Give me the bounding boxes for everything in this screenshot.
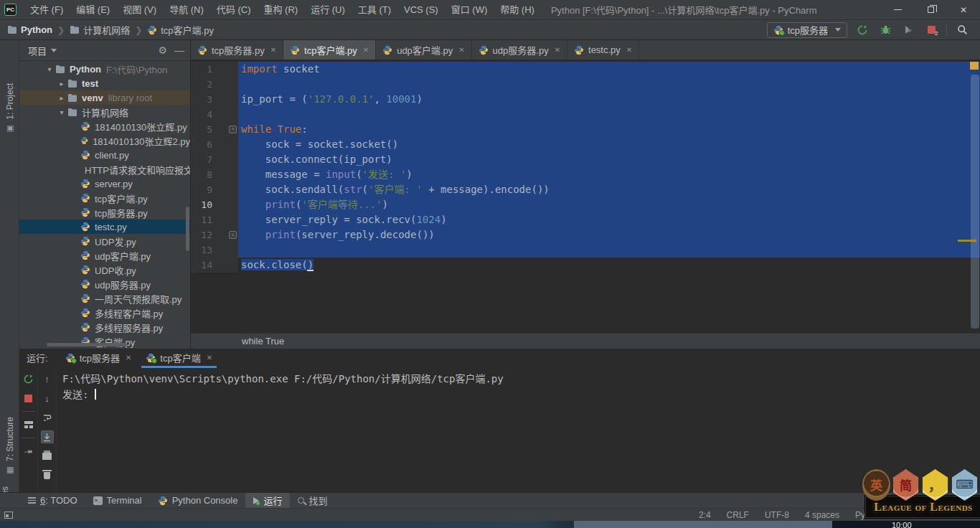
error-stripe-mark[interactable] [958, 240, 976, 242]
ime-english-badge[interactable]: 英 [862, 469, 890, 501]
close-icon[interactable]: ✕ [126, 354, 131, 362]
close-icon[interactable]: ✕ [626, 46, 632, 54]
sidebar-item-project[interactable]: ▣ 1: Project [0, 83, 19, 133]
status-encoding[interactable]: UTF-8 [765, 510, 789, 520]
bottom-bar-item-找到[interactable]: 找到 [290, 493, 335, 508]
code-line-12[interactable]: ▵12 print(server_reply.decode()) [191, 227, 980, 242]
tree-item-Python[interactable]: ▾PythonF:\代码\Python [19, 62, 190, 76]
run-tab-tcp客户端[interactable]: tcp客户端✕ [138, 351, 220, 368]
code-line-7[interactable]: 7 sock.connect(ip_port) [191, 152, 980, 167]
tree-item-客户端.py[interactable]: 客户端.py [19, 334, 190, 349]
editor-body[interactable]: 1import socket23ip_port = ('127.0.0.1', … [191, 60, 980, 333]
code-line-4[interactable]: 4 [191, 107, 980, 122]
tree-item-tcp服务器.py[interactable]: tcp服务器.py [19, 205, 190, 220]
tree-item-计算机网络[interactable]: ▾计算机网络 [19, 105, 190, 119]
menu-item-9[interactable]: 窗口 (W) [445, 0, 494, 19]
bottom-bar-item-运行[interactable]: 运行 [245, 493, 290, 508]
code-line-9[interactable]: 9 sock.sendall(str('客户端: ' + message).en… [191, 182, 980, 197]
breadcrumb-item[interactable]: Python [7, 24, 52, 35]
menu-item-6[interactable]: 运行 (U) [304, 0, 352, 19]
pin-tab-button[interactable]: 📌︎ [22, 445, 35, 458]
menu-item-5[interactable]: 重构 (R) [257, 0, 304, 19]
menu-item-1[interactable]: 编辑 (E) [70, 0, 116, 19]
menu-item-7[interactable]: 工具 (T) [352, 0, 397, 19]
menu-item-2[interactable]: 视图 (V) [116, 0, 163, 19]
gutter[interactable]: 9 [191, 182, 238, 197]
close-icon[interactable]: ✕ [363, 46, 369, 54]
run-configuration-select[interactable]: tcp服务器 [767, 22, 847, 38]
stop-button[interactable] [22, 392, 35, 405]
gutter[interactable]: 6 [191, 137, 238, 152]
tree-expanded-icon[interactable]: ▾ [44, 65, 55, 73]
tree-item-udp客户端.py[interactable]: udp客户端.py [19, 248, 190, 263]
tree-horizontal-scrollbar[interactable] [47, 343, 127, 346]
gutter[interactable]: ▵12 [191, 227, 238, 242]
tree-item-多线程客户端.py[interactable]: 多线程客户端.py [19, 306, 190, 320]
gutter[interactable]: ▿5 [191, 122, 238, 137]
code-line-1[interactable]: 1import socket [191, 62, 980, 77]
gutter[interactable]: 3 [191, 92, 238, 107]
menu-item-8[interactable]: VCS (S) [397, 0, 445, 19]
status-indent-style[interactable]: 4 spaces [805, 510, 839, 520]
tree-item-UDP发.py[interactable]: UDP发.py [19, 234, 190, 248]
code-line-6[interactable]: 6 sock = socket.socket() [191, 137, 980, 152]
tree-expanded-icon[interactable]: ▾ [56, 108, 67, 116]
code-line-13[interactable]: 13 [191, 242, 980, 258]
tree-item-server.py[interactable]: server.py [19, 176, 190, 191]
search-everywhere-button[interactable] [954, 22, 970, 38]
menu-item-0[interactable]: 文件 (F) [24, 0, 70, 19]
tree-item-HTTP请求报文和响应报文.py[interactable]: HTTP请求报文和响应报文.py [19, 162, 190, 176]
minimize-button[interactable] [881, 0, 914, 19]
gutter[interactable]: 7 [191, 152, 238, 167]
gutter[interactable]: 1 [191, 62, 238, 77]
gutter[interactable]: 14 [191, 258, 238, 273]
editor-tab-testc.py[interactable]: testc.py✕ [567, 40, 639, 60]
restore-layout-button[interactable] [22, 418, 35, 431]
project-view-select[interactable]: 项目 [28, 44, 47, 57]
code-line-5[interactable]: ▿5while True: [191, 122, 980, 137]
gutter[interactable]: 4 [191, 107, 238, 122]
tree-item-venv[interactable]: ▸venvlibrary root [19, 90, 190, 105]
tree-item-多线程服务器.py[interactable]: 多线程服务器.py [19, 320, 190, 334]
sidebar-item-structure[interactable]: ▦ 7: Structure [0, 417, 19, 474]
code-line-2[interactable]: 2 [191, 77, 980, 92]
status-caret-position[interactable]: 2:4 [699, 510, 711, 520]
stop-button[interactable]: 2 [923, 22, 939, 38]
gutter[interactable]: 13 [191, 242, 238, 258]
rerun-button[interactable] [22, 372, 35, 385]
close-icon[interactable]: ✕ [555, 46, 560, 54]
fold-collapse-icon[interactable]: ▿ [229, 126, 237, 133]
error-stripe-mark[interactable] [970, 62, 979, 70]
down-stack-trace-button[interactable]: ↓ [41, 392, 54, 405]
up-stack-trace-button[interactable]: ↑ [41, 372, 54, 385]
close-icon[interactable]: ✕ [458, 46, 464, 54]
code-line-8[interactable]: 8 message = input('发送: ') [191, 167, 980, 182]
editor-scrollbar[interactable] [971, 75, 979, 329]
menu-item-4[interactable]: 代码 (C) [210, 0, 258, 19]
editor-tab-tcp客户端.py[interactable]: tcp客户端.py✕ [283, 40, 376, 60]
tree-item-test[interactable]: ▸test [19, 76, 190, 90]
editor-tab-udp服务器.py[interactable]: udp服务器.py✕ [472, 40, 567, 60]
gutter[interactable]: 10 [191, 197, 238, 212]
bottom-bar-item-Terminal[interactable]: >_Terminal [85, 493, 150, 508]
breadcrumb-item[interactable]: tcp客户端.py [147, 23, 214, 37]
coverage-button[interactable] [900, 22, 916, 38]
menu-item-10[interactable]: 帮助 (H) [494, 0, 541, 19]
code-line-11[interactable]: 11 server_reply = sock.recv(1024) [191, 212, 980, 227]
clear-console-button[interactable] [41, 469, 54, 482]
print-button[interactable] [41, 450, 54, 463]
tree-item-tcp客户端.py[interactable]: tcp客户端.py [19, 191, 190, 205]
debug-button[interactable] [877, 22, 893, 38]
tree-collapsed-icon[interactable]: ▸ [56, 80, 67, 88]
tree-item-1814010130张立辉2.py[interactable]: 1814010130张立辉2.py [19, 133, 190, 148]
close-button[interactable]: ✕ [947, 0, 980, 19]
code-line-3[interactable]: 3ip_port = ('127.0.0.1', 10001) [191, 92, 980, 107]
close-icon[interactable]: ✕ [270, 46, 276, 54]
run-button[interactable] [854, 22, 870, 38]
gutter[interactable]: 11 [191, 212, 238, 227]
menu-item-3[interactable]: 导航 (N) [163, 0, 210, 19]
editor-tab-udp客户端.py[interactable]: udp客户端.py✕ [376, 40, 471, 60]
scroll-to-end-button[interactable] [41, 430, 54, 443]
code-line-10[interactable]: 10 print('客户端等待...') [191, 197, 980, 212]
tree-item-1814010130张立辉.py[interactable]: 1814010130张立辉.py [19, 119, 190, 133]
